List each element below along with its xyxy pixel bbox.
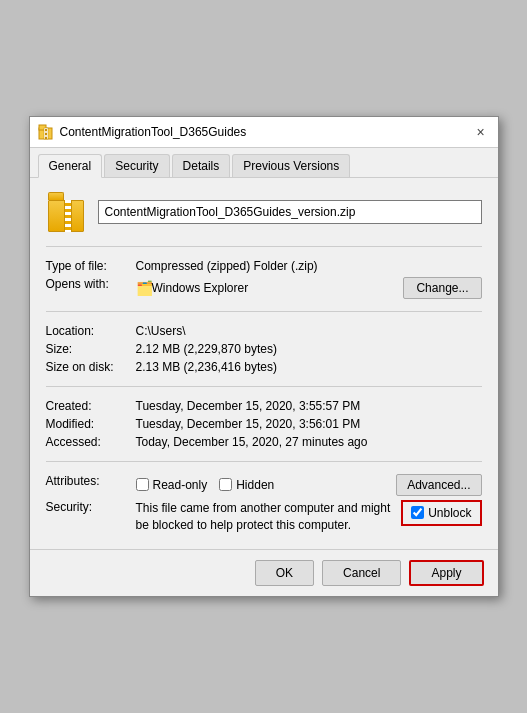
security-value: This file came from another computer and… — [136, 498, 482, 536]
unblock-checkbox[interactable] — [411, 506, 424, 519]
hidden-label: Hidden — [236, 478, 274, 492]
title-zip-icon — [38, 124, 54, 140]
type-row: Type of file: Compressed (zipped) Folder… — [46, 257, 482, 275]
separator-4 — [46, 461, 482, 462]
readonly-checkbox-group: Read-only — [136, 478, 208, 492]
tab-bar: General Security Details Previous Versio… — [30, 148, 498, 178]
unblock-container: Unblock — [401, 500, 481, 526]
hidden-checkbox[interactable] — [219, 478, 232, 491]
dialog-window: ContentMigrationTool_D365Guides × Genera… — [29, 116, 499, 598]
ok-button[interactable]: OK — [255, 560, 314, 586]
size-row: Size: 2.12 MB (2,229,870 bytes) — [46, 340, 482, 358]
accessed-value: Today, December 15, 2020, 27 minutes ago — [136, 433, 482, 451]
attributes-controls: Read-only Hidden Advanced... — [136, 474, 482, 496]
opens-with-value: 🗂️ Windows Explorer Change... — [136, 275, 482, 301]
opens-with-app: Windows Explorer — [152, 281, 249, 295]
opens-with-row: Opens with: 🗂️ Windows Explorer Change..… — [46, 275, 482, 301]
info-table-4: Attributes: Read-only Hidden Advanced... — [46, 472, 482, 536]
created-row: Created: Tuesday, December 15, 2020, 3:5… — [46, 397, 482, 415]
location-label: Location: — [46, 322, 136, 340]
hidden-checkbox-group: Hidden — [219, 478, 274, 492]
created-value: Tuesday, December 15, 2020, 3:55:57 PM — [136, 397, 482, 415]
attributes-label: Attributes: — [46, 472, 136, 498]
advanced-button[interactable]: Advanced... — [396, 474, 481, 496]
info-table-2: Location: C:\Users\ Size: 2.12 MB (2,229… — [46, 322, 482, 376]
tab-security[interactable]: Security — [104, 154, 169, 177]
tab-details[interactable]: Details — [172, 154, 231, 177]
security-row-content: This file came from another computer and… — [136, 500, 482, 534]
windows-explorer-icon: 🗂️ — [136, 280, 152, 296]
size-label: Size: — [46, 340, 136, 358]
separator-1 — [46, 246, 482, 247]
tab-previous-versions[interactable]: Previous Versions — [232, 154, 350, 177]
size-on-disk-row: Size on disk: 2.13 MB (2,236,416 bytes) — [46, 358, 482, 376]
created-label: Created: — [46, 397, 136, 415]
apply-button[interactable]: Apply — [409, 560, 483, 586]
size-on-disk-label: Size on disk: — [46, 358, 136, 376]
security-row: Security: This file came from another co… — [46, 498, 482, 536]
svg-rect-6 — [45, 137, 47, 139]
svg-rect-4 — [45, 129, 47, 131]
opens-with-container: 🗂️ Windows Explorer Change... — [136, 277, 482, 299]
title-bar: ContentMigrationTool_D365Guides × — [30, 117, 498, 148]
separator-2 — [46, 311, 482, 312]
dialog-footer: OK Cancel Apply — [30, 549, 498, 596]
size-value: 2.12 MB (2,229,870 bytes) — [136, 340, 482, 358]
security-description: This file came from another computer and… — [136, 500, 392, 534]
content-area: ContentMigrationTool_D365Guides_version.… — [30, 178, 498, 550]
file-header: ContentMigrationTool_D365Guides_version.… — [46, 192, 482, 232]
separator-3 — [46, 386, 482, 387]
readonly-checkbox[interactable] — [136, 478, 149, 491]
security-label: Security: — [46, 498, 136, 536]
svg-rect-5 — [45, 133, 47, 135]
attributes-value: Read-only Hidden Advanced... — [136, 472, 482, 498]
dialog-title: ContentMigrationTool_D365Guides — [60, 125, 247, 139]
cancel-button[interactable]: Cancel — [322, 560, 401, 586]
attributes-row: Attributes: Read-only Hidden Advanced... — [46, 472, 482, 498]
info-table-1: Type of file: Compressed (zipped) Folder… — [46, 257, 482, 301]
type-label: Type of file: — [46, 257, 136, 275]
title-bar-left: ContentMigrationTool_D365Guides — [38, 124, 247, 140]
accessed-label: Accessed: — [46, 433, 136, 451]
file-zip-icon — [46, 192, 86, 232]
modified-label: Modified: — [46, 415, 136, 433]
size-on-disk-value: 2.13 MB (2,236,416 bytes) — [136, 358, 482, 376]
modified-value: Tuesday, December 15, 2020, 3:56:01 PM — [136, 415, 482, 433]
location-value: C:\Users\ — [136, 322, 482, 340]
close-button[interactable]: × — [472, 123, 490, 141]
opens-with-label: Opens with: — [46, 275, 136, 301]
tab-general[interactable]: General — [38, 154, 103, 178]
location-row: Location: C:\Users\ — [46, 322, 482, 340]
info-table-3: Created: Tuesday, December 15, 2020, 3:5… — [46, 397, 482, 451]
filename-display: ContentMigrationTool_D365Guides_version.… — [98, 200, 482, 224]
modified-row: Modified: Tuesday, December 15, 2020, 3:… — [46, 415, 482, 433]
readonly-label: Read-only — [153, 478, 208, 492]
accessed-row: Accessed: Today, December 15, 2020, 27 m… — [46, 433, 482, 451]
type-value: Compressed (zipped) Folder (.zip) — [136, 257, 482, 275]
change-button[interactable]: Change... — [403, 277, 481, 299]
unblock-label: Unblock — [428, 506, 471, 520]
